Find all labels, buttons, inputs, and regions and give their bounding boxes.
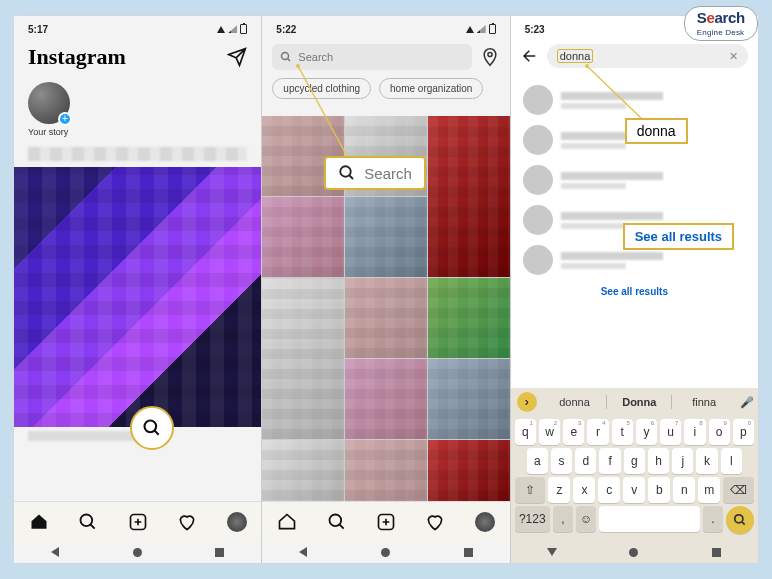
android-recents-icon[interactable]	[712, 548, 721, 557]
search-header: donna ✕	[511, 36, 758, 76]
key-r[interactable]: r4	[587, 419, 608, 445]
android-recents-icon[interactable]	[464, 548, 473, 557]
key-emoji[interactable]: ☺	[576, 506, 596, 532]
wifi-icon	[466, 26, 474, 33]
explore-tile[interactable]	[428, 116, 510, 277]
android-back-icon[interactable]	[51, 547, 59, 557]
android-home-icon[interactable]	[381, 548, 390, 557]
android-back-icon[interactable]	[547, 548, 557, 556]
explore-tile[interactable]	[345, 278, 427, 358]
explore-tile[interactable]	[262, 197, 344, 277]
phone-screen-3: 5:23 donna ✕ See all results donna See a…	[511, 16, 758, 563]
android-recents-icon[interactable]	[215, 548, 224, 557]
map-pin-icon[interactable]	[480, 47, 500, 67]
nav-create-icon[interactable]	[376, 512, 396, 532]
callout-search-icon	[130, 406, 174, 450]
watermark-badge: Search Engine Desk	[684, 6, 758, 41]
svg-point-0	[145, 421, 157, 433]
bottom-nav	[262, 501, 509, 541]
key-m[interactable]: m	[698, 477, 720, 503]
key-t[interactable]: t5	[612, 419, 633, 445]
add-story-icon[interactable]: +	[58, 112, 72, 126]
key-d[interactable]: d	[575, 448, 596, 474]
nav-profile-avatar[interactable]	[227, 512, 247, 532]
status-time: 5:23	[525, 24, 545, 35]
nav-activity-icon[interactable]	[177, 512, 197, 532]
your-story-avatar[interactable]: +	[28, 82, 70, 124]
explore-tile[interactable]	[262, 278, 344, 439]
key-j[interactable]: j	[672, 448, 693, 474]
android-home-icon[interactable]	[133, 548, 142, 557]
dm-send-icon[interactable]	[227, 47, 247, 67]
key-e[interactable]: e3	[563, 419, 584, 445]
explore-tile[interactable]	[428, 359, 510, 439]
key-k[interactable]: k	[696, 448, 717, 474]
explore-tile[interactable]	[345, 359, 427, 439]
key-s[interactable]: s	[551, 448, 572, 474]
suggestion-expand-icon[interactable]: ›	[517, 392, 537, 412]
android-back-icon[interactable]	[299, 547, 307, 557]
feed-post-image[interactable]	[14, 167, 261, 427]
search-query-text: donna	[557, 49, 594, 63]
android-home-icon[interactable]	[629, 548, 638, 557]
status-indicators	[217, 24, 247, 34]
search-results-list: See all results	[511, 76, 758, 303]
key-p[interactable]: p0	[733, 419, 754, 445]
nav-search-icon[interactable]	[78, 512, 98, 532]
key-y[interactable]: y6	[636, 419, 657, 445]
key-z[interactable]: z	[548, 477, 570, 503]
key-i[interactable]: i8	[684, 419, 705, 445]
key-numbers[interactable]: ?123	[515, 506, 550, 532]
explore-tile[interactable]	[345, 197, 427, 277]
key-o[interactable]: o9	[709, 419, 730, 445]
key-c[interactable]: c	[598, 477, 620, 503]
key-space[interactable]	[599, 506, 700, 532]
key-comma[interactable]: ,	[553, 506, 573, 532]
search-result-item[interactable]	[511, 80, 758, 120]
svg-point-3	[81, 514, 93, 526]
nav-create-icon[interactable]	[128, 512, 148, 532]
search-input[interactable]: Search	[272, 44, 471, 70]
mic-icon[interactable]: 🎤	[736, 396, 758, 409]
key-h[interactable]: h	[648, 448, 669, 474]
bottom-nav	[14, 501, 261, 541]
key-g[interactable]: g	[624, 448, 645, 474]
search-input-filled[interactable]: donna ✕	[547, 44, 748, 68]
nav-home-icon[interactable]	[29, 512, 49, 532]
callout-search-text: Search	[364, 165, 412, 182]
key-x[interactable]: x	[573, 477, 595, 503]
key-backspace[interactable]: ⌫	[723, 477, 754, 503]
chip-upcycled[interactable]: upcycled clothing	[272, 78, 371, 99]
status-bar: 5:22	[262, 16, 509, 36]
key-v[interactable]: v	[623, 477, 645, 503]
callout-search-box: Search	[324, 156, 426, 190]
key-dot[interactable]: .	[703, 506, 723, 532]
nav-search-icon[interactable]	[327, 512, 347, 532]
key-search-go[interactable]	[726, 506, 754, 534]
clear-icon[interactable]: ✕	[729, 50, 738, 63]
nav-activity-icon[interactable]	[425, 512, 445, 532]
signal-icon	[477, 25, 486, 33]
search-result-item[interactable]	[511, 160, 758, 200]
search-icon	[338, 164, 356, 182]
suggestion-word[interactable]: Donna	[607, 396, 671, 408]
key-w[interactable]: w2	[539, 419, 560, 445]
blurred-username	[28, 147, 247, 161]
nav-profile-avatar[interactable]	[475, 512, 495, 532]
back-arrow-icon[interactable]	[521, 47, 539, 65]
key-q[interactable]: q1	[515, 419, 536, 445]
key-l[interactable]: l	[721, 448, 742, 474]
suggestion-word[interactable]: donna	[543, 396, 607, 408]
nav-home-icon[interactable]	[277, 512, 297, 532]
key-a[interactable]: a	[527, 448, 548, 474]
suggestion-word[interactable]: finna	[672, 396, 736, 408]
key-shift[interactable]: ⇧	[515, 477, 546, 503]
key-n[interactable]: n	[673, 477, 695, 503]
see-all-results-link[interactable]: See all results	[511, 280, 758, 303]
explore-tile[interactable]	[428, 278, 510, 358]
key-f[interactable]: f	[599, 448, 620, 474]
status-time: 5:22	[276, 24, 296, 35]
key-b[interactable]: b	[648, 477, 670, 503]
chip-home-org[interactable]: home organization	[379, 78, 483, 99]
key-u[interactable]: u7	[660, 419, 681, 445]
